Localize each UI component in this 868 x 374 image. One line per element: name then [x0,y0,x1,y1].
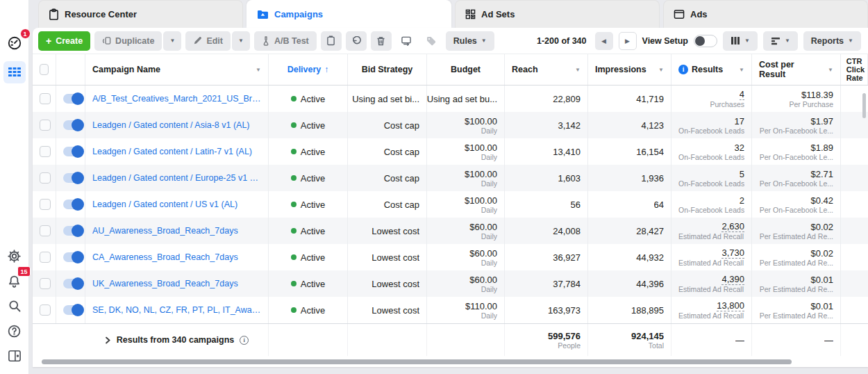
create-button[interactable]: + Create [38,31,90,51]
notifications-button[interactable]: 15 [3,270,26,292]
campaign-name-link[interactable]: CA_Awareness_Broad_Reach_7days [92,252,261,262]
budget-cell: $100.00Daily [427,165,505,191]
tag-button[interactable] [421,31,442,51]
row-checkbox[interactable] [40,304,51,316]
chevron-left-icon: ◀ [601,38,606,44]
campaign-name-link[interactable]: SE, DK, NO, NL, CZ, FR, PT, PL, IT_Aware… [92,305,261,315]
row-checkbox[interactable] [40,252,51,263]
cost-value: $118.39 [801,90,833,100]
vertical-scrollbar-thumb[interactable] [862,93,866,118]
campaign-active-toggle[interactable] [63,279,83,288]
horizontal-scrollbar-thumb[interactable] [42,359,792,364]
footer-impressions-cell: 924,145 Total [588,324,671,356]
impressions-value: 188,895 [631,305,664,316]
row-checkbox[interactable] [40,120,51,131]
budget-cell: $110.00Daily [427,297,505,323]
tab-ad-sets[interactable]: Ad Sets [455,0,660,28]
duplicate-dropdown-button[interactable]: ▼ [163,31,181,51]
campaign-active-toggle[interactable] [63,200,83,209]
tab-resource-center[interactable]: Resource Center [38,0,243,28]
campaign-active-toggle[interactable] [63,147,83,156]
campaign-name-link[interactable]: Leadgen / Gated content / Europe-25 v1 (… [92,173,261,183]
cost-per-result-cell: $1.89Per On-Facebook Le... [752,138,841,165]
row-toggle-cell [56,86,85,112]
footer-summary-cell[interactable]: Results from 340 campaigns i [85,324,269,356]
campaign-active-toggle[interactable] [63,252,83,262]
search-button[interactable] [3,295,26,317]
create-label: Create [56,36,83,46]
campaign-name-link[interactable]: Leadgen / Gated content / Asia-8 v1 (AL) [92,120,261,130]
breakdown-button[interactable]: ▼ [763,31,798,51]
edit-dropdown-button[interactable]: ▼ [232,31,250,51]
column-header-cost-per-result[interactable]: Cost per Result ▼ [752,54,841,85]
row-checkbox[interactable] [40,199,51,210]
columns-button[interactable]: ▼ [723,31,758,51]
campaign-active-toggle[interactable] [63,173,83,183]
column-header-reach[interactable]: Reach ▼ [505,54,588,85]
reports-button[interactable]: Reports ▼ [803,31,861,51]
column-header-ctr[interactable]: CTR Click Rate [841,54,868,85]
toggle-knob [695,36,705,46]
tag-icon [426,36,436,46]
column-header-budget[interactable]: Budget [427,54,505,85]
campaign-name-link[interactable]: Leadgen / Gated content / Latin-7 v1 (AL… [92,147,261,156]
row-checkbox[interactable] [40,278,51,289]
table-row: A/B_Test_Creatives_March_2021_US_Broad_.… [33,86,868,112]
account-overview-button[interactable]: 1 [3,32,26,54]
campaigns-table-view-button[interactable] [3,61,26,83]
edit-label: Edit [206,36,223,46]
campaign-active-toggle[interactable] [63,94,83,104]
select-all-checkbox[interactable] [40,64,49,75]
campaign-name-cell: Leadgen / Gated content / Latin-7 v1 (AL… [85,138,269,165]
delivery-status: Active [301,252,325,263]
row-checkbox[interactable] [40,93,51,104]
table-row: Leadgen / Gated content / Latin-7 v1 (AL… [33,138,868,165]
ab-test-button[interactable]: A/B Test [254,31,317,51]
bid-strategy-cell: Cost cap [348,138,427,165]
column-header-campaign-name[interactable]: Campaign Name ▼ [85,54,269,85]
tab-label: Ad Sets [481,9,515,19]
duplicate-button[interactable]: Duplicate [94,31,162,51]
paste-button[interactable] [321,31,342,51]
results-value: 2,630 [721,221,744,232]
tab-campaigns[interactable]: Campaigns [247,0,451,28]
view-setup-toggle[interactable] [694,35,717,47]
row-checkbox[interactable] [40,172,51,184]
reach-value: 3,142 [558,120,581,131]
row-checkbox[interactable] [40,225,51,236]
previous-page-button[interactable]: ◀ [595,32,613,50]
impressions-cell: 4,123 [588,112,671,138]
bid-strategy-value: Using ad set bi... [352,94,419,104]
results-value: 17 [735,116,744,127]
settings-button[interactable] [3,245,26,267]
chevron-down-icon: ▼ [744,38,750,44]
campaign-name-link[interactable]: A/B_Test_Creatives_March_2021_US_Broad_.… [92,94,261,104]
toggle-knob [72,119,84,131]
impressions-value: 16,154 [636,147,664,157]
export-button[interactable] [396,31,417,51]
campaign-active-toggle[interactable] [63,120,83,130]
column-header-bid-strategy[interactable]: Bid Strategy [348,54,427,85]
collapse-sidebar-button[interactable] [3,345,26,367]
campaign-active-toggle[interactable] [63,226,83,236]
next-page-button[interactable]: ▶ [619,32,637,50]
campaign-name-link[interactable]: UK_Awareness_Broad_Reach_7days [92,279,261,288]
campaign-name-link[interactable]: AU_Awareness_Broad_Reach_7days [92,226,261,236]
row-checkbox[interactable] [40,146,51,157]
row-toggle-cell [56,191,85,218]
toggle-knob [72,198,84,211]
column-header-delivery[interactable]: Delivery ↑ [269,54,348,85]
edit-button[interactable]: Edit [185,31,231,51]
campaign-active-toggle[interactable] [63,305,83,315]
results-cell: 4,390Estimated Ad Recall ... [671,270,752,297]
reach-cell: 3,142 [505,112,588,138]
undo-button[interactable] [346,31,367,51]
column-header-impressions[interactable]: Impressions ▼ [588,54,671,85]
help-button[interactable] [3,320,26,342]
delete-button[interactable] [371,31,392,51]
campaign-name-link[interactable]: Leadgen / Gated content / US v1 (AL) [92,200,261,209]
rules-button[interactable]: Rules ▼ [446,31,494,51]
tab-ads[interactable]: Ads [663,0,868,28]
delivery-cell: Active [269,297,348,323]
column-header-results[interactable]: i Results ▼ [671,54,752,85]
